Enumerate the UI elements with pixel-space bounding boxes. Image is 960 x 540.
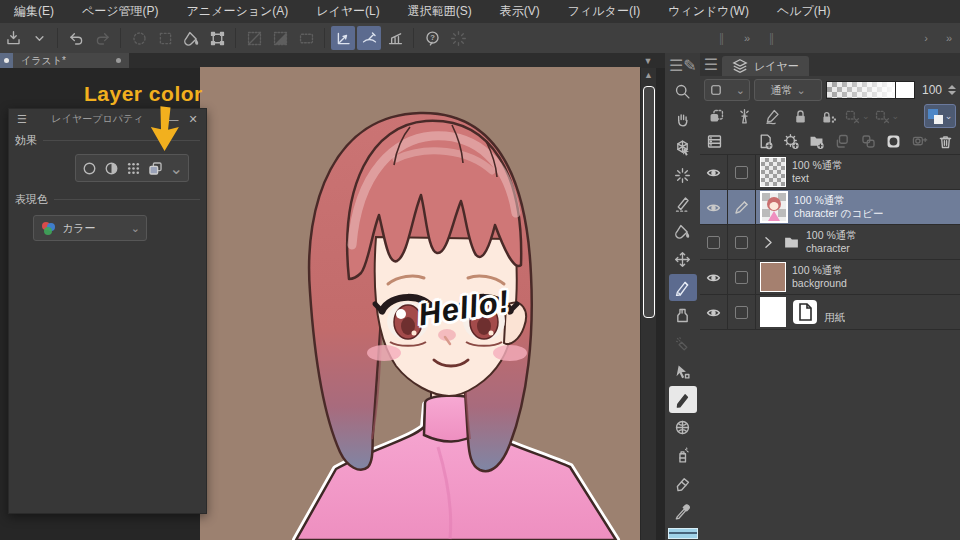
layer-thumbnail[interactable] — [760, 191, 788, 223]
snap-grid-button[interactable] — [383, 26, 407, 50]
transfer-to-lower-button[interactable] — [832, 131, 854, 151]
menu-item-2[interactable]: ページ管理(P) — [68, 0, 173, 23]
expand-arrow-icon[interactable] — [760, 234, 777, 251]
figure-tool[interactable] — [669, 414, 697, 441]
document-tab[interactable]: イラスト* — [13, 53, 129, 68]
ruler-combo-dropdown[interactable]: ⌄ — [844, 108, 870, 125]
palette-dropdown[interactable]: ⌄ — [704, 79, 750, 101]
redo-button[interactable] — [90, 26, 114, 50]
selection-pen-tool[interactable] — [669, 190, 697, 217]
expression-color-dropdown[interactable]: カラー ⌄ — [33, 215, 147, 241]
new-folder-button[interactable] — [806, 131, 828, 151]
zoom-tool[interactable] — [669, 78, 697, 105]
panel-menu-icon[interactable]: ☰ — [669, 56, 683, 75]
editing-pencil-icon[interactable] — [728, 190, 756, 224]
airbrush-tool[interactable] — [669, 330, 697, 357]
layer-checkbox[interactable] — [728, 225, 756, 259]
merge-to-lower-button[interactable] — [857, 131, 879, 151]
toolbar-overflow-right1[interactable]: › — [924, 32, 928, 44]
spray-tool[interactable] — [669, 442, 697, 469]
panel-menu-icon[interactable]: ☰ — [15, 113, 29, 126]
auto-select-tool[interactable] — [669, 162, 697, 189]
border-effect-icon[interactable] — [81, 160, 98, 177]
layers-tab[interactable]: レイヤー — [722, 56, 809, 76]
move-tool[interactable] — [669, 246, 697, 273]
main-color-swatch[interactable] — [668, 528, 698, 539]
tool-tab-pencil-icon[interactable]: ✎ — [683, 56, 696, 75]
menu-item-7[interactable]: フィルター(I) — [554, 0, 654, 23]
menu-item-1[interactable]: 編集(E) — [0, 0, 68, 23]
marker-tool[interactable] — [669, 302, 697, 329]
new-raster-layer-button[interactable] — [755, 131, 777, 151]
menu-item-8[interactable]: ウィンドウ(W) — [654, 0, 763, 23]
navigate-tool[interactable] — [669, 134, 697, 161]
clip-to-layer-below-icon[interactable] — [704, 106, 728, 126]
layer-thumbnail[interactable] — [760, 297, 786, 327]
opacity-slider[interactable] — [826, 81, 915, 99]
menu-item-9[interactable]: ヘルプ(H) — [763, 0, 845, 23]
chevron-down-icon[interactable]: ⌄ — [797, 84, 806, 97]
layer-checkbox[interactable] — [728, 295, 756, 329]
step-up-icon[interactable] — [948, 85, 956, 89]
scrollbar-thumb[interactable] — [643, 86, 655, 318]
layer-row-background[interactable]: 100 %通常 background — [700, 260, 960, 295]
special-ruler-combo-dropdown[interactable]: ⌄ — [874, 108, 900, 125]
tone-effect-icon[interactable] — [103, 160, 120, 177]
mask-rect-button[interactable] — [294, 26, 318, 50]
menu-item-6[interactable]: 表示(V) — [486, 0, 554, 23]
opacity-stepper[interactable] — [948, 85, 956, 95]
delete-layer-button[interactable] — [934, 131, 956, 151]
menu-item-4[interactable]: レイヤー(L) — [302, 0, 394, 23]
object-tool[interactable] — [669, 358, 697, 385]
toolbar-overflow-right2[interactable]: » — [946, 32, 952, 44]
lock-transparent-pixels-icon[interactable] — [816, 106, 840, 126]
chevron-down-icon[interactable]: ⌄ — [945, 111, 953, 121]
chevron-down-icon[interactable]: ⌄ — [736, 84, 745, 97]
hand-tool[interactable] — [669, 106, 697, 133]
layer-row-用紙[interactable]: 用紙 — [700, 295, 960, 330]
visibility-eye-icon[interactable] — [700, 190, 728, 224]
thumbnail-settings-button[interactable] — [704, 131, 726, 151]
canvas-indicator[interactable] — [0, 53, 13, 68]
layer-checkbox[interactable] — [728, 155, 756, 189]
reselect-button[interactable] — [153, 26, 177, 50]
visibility-empty-checkbox[interactable] — [700, 225, 728, 259]
canvas-collapse-chevron-icon[interactable]: ▼ — [641, 54, 655, 67]
snap-ruler-button[interactable] — [331, 26, 355, 50]
canvas[interactable]: Hello! — [200, 67, 640, 540]
chevron-down-icon[interactable]: ⌄ — [131, 222, 140, 235]
layer-checkbox[interactable] — [728, 260, 756, 294]
blend-mode-dropdown[interactable]: 通常 ⌄ — [754, 79, 823, 101]
tool-palette-header[interactable]: ☰ ✎ — [665, 53, 700, 77]
lock-layer-icon[interactable] — [788, 106, 812, 126]
toolbar-overflow-left[interactable]: » — [744, 32, 750, 44]
apply-mask-button[interactable] — [909, 131, 931, 151]
transform-button[interactable] — [205, 26, 229, 50]
help-button[interactable]: ? — [420, 26, 444, 50]
reference-layer-icon[interactable] — [732, 106, 756, 126]
halftone-effect-icon[interactable] — [125, 160, 142, 177]
layer-thumbnail[interactable] — [760, 262, 786, 292]
undo-button[interactable] — [64, 26, 88, 50]
layer-row-character--コピー[interactable]: 100 %通常 character のコピー — [700, 190, 960, 225]
layer-thumbnail[interactable] — [760, 157, 786, 187]
visibility-eye-icon[interactable] — [700, 260, 728, 294]
panel-menu-icon[interactable]: ☰ — [700, 53, 722, 76]
eyedropper-tool[interactable] — [669, 498, 697, 525]
deselect-button[interactable] — [127, 26, 151, 50]
opacity-value[interactable]: 100 — [919, 83, 942, 97]
new-correction-layer-button[interactable] — [780, 131, 802, 151]
draft-layer-icon[interactable] — [760, 106, 784, 126]
step-down-icon[interactable] — [948, 91, 956, 95]
menu-item-3[interactable]: アニメーション(A) — [173, 0, 303, 23]
export-dropdown[interactable] — [27, 26, 51, 50]
fill-tool[interactable] — [669, 218, 697, 245]
layer-row-character[interactable]: 100 %通常 character — [700, 225, 960, 260]
sync-button[interactable] — [446, 26, 470, 50]
visibility-eye-icon[interactable] — [700, 155, 728, 189]
export-button[interactable] — [1, 26, 25, 50]
menu-item-5[interactable]: 選択範囲(S) — [394, 0, 486, 23]
layer-color-toggle-button[interactable]: ⌄ — [924, 104, 956, 128]
close-icon[interactable]: ✕ — [186, 113, 200, 126]
mask-line-button[interactable] — [242, 26, 266, 50]
